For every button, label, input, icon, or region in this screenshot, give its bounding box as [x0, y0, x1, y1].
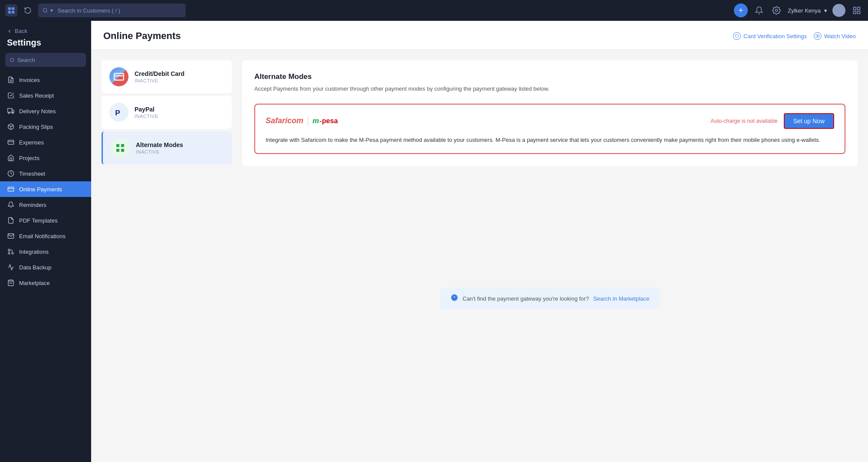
alternate-modes-card: Alternate Modes Accept Payments from you… — [242, 60, 858, 166]
payment-method-name: Credit/Debit Card — [135, 70, 224, 77]
sidebar-item-integrations[interactable]: Integrations — [0, 244, 91, 259]
sidebar-title: Settings — [0, 38, 91, 53]
user-menu[interactable]: Zylker Kenya ▾ — [788, 7, 827, 14]
auto-charge-text: Auto-charge is not available — [710, 118, 777, 124]
svg-rect-3 — [12, 11, 14, 13]
user-name: Zylker Kenya — [788, 7, 821, 14]
search-marketplace-link[interactable]: Search in Marketplace — [593, 295, 649, 302]
svg-rect-33 — [116, 144, 119, 147]
sidebar-item-invoices[interactable]: Invoices — [0, 72, 91, 88]
shield-icon — [733, 32, 741, 40]
svg-marker-29 — [817, 35, 819, 36]
sidebar-item-label: Data Backup — [19, 264, 51, 271]
sidebar-item-label: Online Payments — [19, 186, 62, 193]
svg-rect-0 — [8, 7, 11, 10]
sidebar-search-input[interactable] — [17, 57, 82, 63]
payment-body: Credit/Debit Card INACTIVE P PayPal INAC… — [91, 50, 868, 462]
sidebar-back-button[interactable]: Back — [0, 26, 91, 38]
mpesa-logo: m - pesa — [312, 117, 338, 125]
payment-method-status: INACTIVE — [135, 114, 224, 119]
settings-icon[interactable] — [770, 4, 783, 16]
setup-now-button[interactable]: Set up Now — [784, 113, 834, 129]
alternate-modes-title: Alternate Modes — [254, 72, 845, 81]
email-icon — [7, 232, 15, 240]
payment-method-info: Alternate Modes INACTIVE — [136, 141, 224, 154]
sidebar-item-online-payments[interactable]: Online Payments — [0, 181, 91, 197]
apps-grid-icon[interactable] — [851, 4, 863, 16]
project-icon — [7, 154, 15, 162]
card-verification-label: Card Verification Settings — [743, 33, 807, 39]
sidebar-item-marketplace[interactable]: Marketplace — [0, 275, 91, 291]
sidebar-item-packing-slips[interactable]: Packing Slips — [0, 119, 91, 134]
card-verification-link[interactable]: Card Verification Settings — [733, 32, 807, 40]
main-layout: Back Settings Invoices — [0, 21, 868, 462]
safaricom-logo: Safaricom m - pesa — [266, 116, 338, 126]
sidebar-search[interactable] — [5, 53, 86, 67]
marketplace-banner: Can't find the payment gateway you're lo… — [440, 288, 660, 309]
payment-method-credit-card[interactable]: Credit/Debit Card INACTIVE — [102, 60, 232, 93]
topbar-actions: + Zylker Kenya ▾ — [734, 3, 863, 17]
sidebar-item-projects[interactable]: Projects — [0, 150, 91, 166]
play-icon — [814, 32, 822, 40]
header-actions: Card Verification Settings Watch Video — [733, 32, 856, 40]
payment-method-name: PayPal — [135, 106, 224, 113]
sidebar-item-reminders[interactable]: Reminders — [0, 197, 91, 213]
sidebar-item-email-notifications[interactable]: Email Notifications — [0, 228, 91, 244]
sidebar-item-timesheet[interactable]: Timesheet — [0, 166, 91, 181]
payment-icon — [7, 185, 15, 193]
credit-card-icon — [109, 67, 128, 86]
truck-icon — [7, 107, 15, 115]
integration-icon — [7, 248, 15, 256]
notifications-icon[interactable] — [753, 4, 765, 16]
sidebar-item-expenses[interactable]: Expenses — [0, 134, 91, 150]
payment-method-paypal[interactable]: P PayPal INACTIVE — [102, 96, 232, 129]
watch-video-link[interactable]: Watch Video — [814, 32, 856, 40]
svg-rect-36 — [121, 149, 124, 152]
receipt-icon — [7, 92, 15, 99]
sidebar-back-label: Back — [15, 28, 27, 34]
svg-rect-21 — [8, 187, 13, 191]
alternate-modes-icon — [111, 138, 130, 157]
sidebar-item-label: PDF Templates — [19, 217, 58, 224]
search-dropdown-icon[interactable]: ▾ — [50, 7, 53, 13]
payment-method-status: INACTIVE — [136, 149, 224, 154]
svg-point-24 — [8, 249, 10, 251]
sidebar-item-label: Marketplace — [19, 280, 50, 286]
payment-methods-list: Credit/Debit Card INACTIVE P PayPal INAC… — [102, 60, 232, 452]
payment-method-status: INACTIVE — [135, 78, 224, 83]
svg-point-25 — [8, 252, 10, 254]
svg-rect-1 — [12, 7, 14, 10]
svg-rect-34 — [121, 144, 124, 147]
banner-text: Can't find the payment gateway you're lo… — [463, 295, 589, 302]
svg-rect-13 — [8, 108, 12, 112]
svg-rect-9 — [854, 11, 856, 14]
content-header: Online Payments Card Verification Settin… — [91, 21, 868, 50]
payment-detail: Alternate Modes Accept Payments from you… — [232, 60, 858, 452]
bell-icon — [7, 201, 15, 209]
sidebar-item-label: Packing Slips — [19, 124, 53, 130]
refresh-icon[interactable] — [22, 4, 34, 16]
sidebar-item-delivery-notes[interactable]: Delivery Notes — [0, 103, 91, 119]
safaricom-brand-name: Safaricom — [266, 116, 303, 125]
safaricom-header: Safaricom m - pesa Auto-charge i — [266, 113, 834, 129]
sidebar-item-label: Email Notifications — [19, 233, 66, 239]
payment-method-info: Credit/Debit Card INACTIVE — [135, 70, 224, 83]
svg-rect-35 — [116, 149, 119, 152]
svg-rect-7 — [858, 7, 860, 10]
avatar[interactable] — [832, 4, 845, 17]
sidebar-item-data-backup[interactable]: Data Backup — [0, 259, 91, 275]
sidebar-item-pdf-templates[interactable]: PDF Templates — [0, 213, 91, 228]
svg-point-4 — [43, 8, 47, 12]
global-search[interactable]: ▾ — [38, 3, 186, 17]
mpesa-pesa: pesa — [322, 117, 338, 125]
sidebar-item-sales-receipt[interactable]: Sales Receipt — [0, 88, 91, 103]
svg-rect-2 — [8, 11, 11, 13]
svg-marker-14 — [12, 110, 14, 112]
mpesa-m: m — [312, 117, 319, 125]
payment-method-alternate[interactable]: Alternate Modes INACTIVE — [102, 131, 232, 164]
svg-point-23 — [12, 252, 13, 254]
sidebar-item-label: Invoices — [19, 77, 40, 83]
add-button[interactable]: + — [734, 3, 748, 17]
app-logo[interactable] — [5, 4, 17, 16]
search-input[interactable] — [57, 7, 181, 14]
